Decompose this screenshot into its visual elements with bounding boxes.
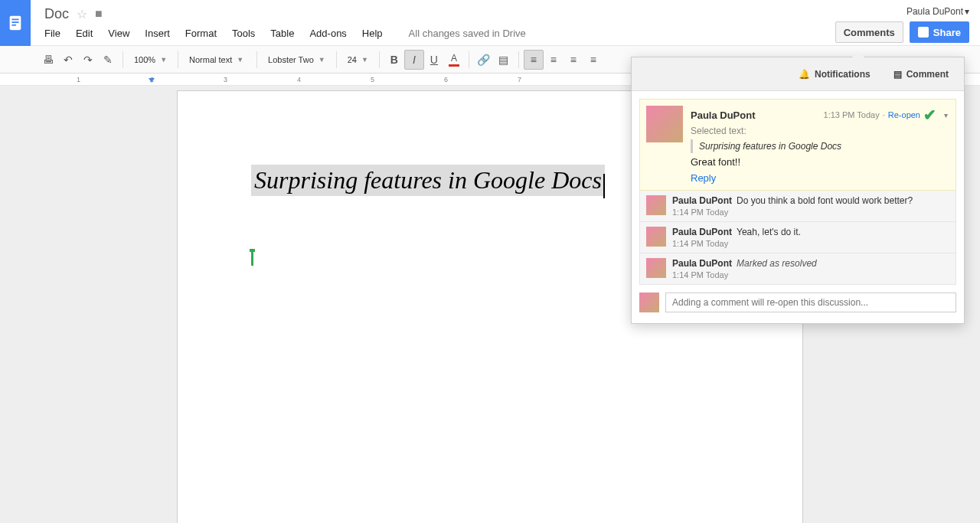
thread-menu[interactable]: ▾: [944, 111, 948, 119]
underline-button[interactable]: U: [424, 50, 444, 70]
ruler-tick: 3: [224, 76, 227, 83]
star-icon[interactable]: ☆: [77, 7, 87, 21]
user-menu[interactable]: Paula DuPont▾: [906, 6, 969, 17]
menu-view[interactable]: View: [108, 28, 129, 39]
comment-icon: ▤: [893, 69, 902, 80]
font-value: Lobster Two: [268, 55, 314, 64]
menu-tools[interactable]: Tools: [232, 28, 255, 39]
comment-icon: ▤: [498, 54, 508, 66]
undo-button[interactable]: ↶: [58, 50, 78, 70]
comment-author: Paula DuPont: [691, 110, 756, 121]
style-value: Normal text: [189, 55, 232, 64]
separator: [256, 51, 257, 68]
reply-input-row: [639, 293, 956, 312]
docs-logo[interactable]: [0, 0, 31, 46]
reply-item[interactable]: Paula DuPontMarked as resolved 1:14 PM T…: [639, 253, 956, 285]
avatar: [639, 293, 659, 312]
align-right-icon: ≡: [570, 54, 577, 66]
svg-rect-1: [11, 19, 18, 21]
folder-icon[interactable]: ■: [95, 7, 103, 21]
ruler-tick: 5: [371, 76, 374, 83]
menu-addons[interactable]: Add-ons: [309, 28, 346, 39]
avatar: [646, 195, 666, 215]
bold-button[interactable]: B: [384, 50, 404, 70]
zoom-select[interactable]: 100%▼: [128, 50, 173, 70]
comment-thread[interactable]: Paula DuPont 1:13 PM Today · Re-open ✔ ▾…: [639, 99, 956, 191]
reply-item[interactable]: Paula DuPontYeah, let's do it. 1:14 PM T…: [639, 222, 956, 253]
menu-insert[interactable]: Insert: [145, 28, 170, 39]
svg-rect-3: [11, 25, 16, 26]
comment-tab-button[interactable]: ▤Comment: [893, 69, 949, 80]
style-select[interactable]: Normal text▼: [183, 50, 252, 70]
zoom-value: 100%: [134, 55, 155, 64]
align-left-button[interactable]: ≡: [524, 50, 544, 70]
text-color-button[interactable]: A: [444, 50, 464, 70]
align-left-icon: ≡: [531, 54, 537, 66]
collaborator-cursor: [251, 252, 253, 266]
reopen-link[interactable]: Re-open: [888, 110, 920, 119]
comments-body: Paula DuPont 1:13 PM Today · Re-open ✔ ▾…: [632, 91, 964, 323]
menu-format[interactable]: Format: [185, 28, 217, 39]
text-cursor: [603, 174, 605, 198]
chevron-down-icon: ▼: [318, 56, 325, 64]
ruler-tick: 2: [150, 76, 154, 83]
italic-icon: I: [413, 54, 416, 66]
ruler-tick: 1: [77, 76, 80, 83]
reply-author: Paula DuPont: [672, 227, 732, 237]
reply-time: 1:14 PM Today: [672, 208, 949, 217]
redo-button[interactable]: ↷: [78, 50, 98, 70]
font-select[interactable]: Lobster Two▼: [262, 50, 332, 70]
notifications-button[interactable]: 🔔Notifications: [799, 69, 871, 80]
ruler-tick: 6: [444, 76, 448, 83]
reply-link[interactable]: Reply: [691, 172, 716, 184]
reply-text: Yeah, let's do it.: [737, 227, 801, 237]
comments-button[interactable]: Comments: [835, 21, 903, 43]
reply-author: Paula DuPont: [672, 195, 732, 206]
comment-label: Comment: [906, 69, 949, 80]
reply-time: 1:14 PM Today: [672, 239, 949, 248]
selected-text[interactable]: Surprising features in Google Docs: [251, 165, 605, 196]
ruler-tick: 4: [297, 76, 301, 83]
menu-help[interactable]: Help: [362, 28, 383, 39]
italic-button[interactable]: I: [404, 50, 424, 70]
menu-table[interactable]: Table: [270, 28, 294, 39]
print-button[interactable]: 🖶: [38, 50, 58, 70]
app-header: Doc ☆ ■ File Edit View Insert Format Too…: [0, 0, 980, 46]
align-justify-button[interactable]: ≡: [583, 50, 603, 70]
link-icon: 🔗: [477, 54, 490, 66]
svg-rect-2: [11, 21, 18, 23]
undo-icon: ↶: [64, 54, 73, 66]
align-right-button[interactable]: ≡: [564, 50, 583, 70]
save-status: All changes saved in Drive: [409, 28, 526, 39]
separator: [379, 51, 380, 68]
paint-icon: ✎: [103, 54, 113, 66]
menu-edit[interactable]: Edit: [76, 28, 93, 39]
paint-format-button[interactable]: ✎: [98, 50, 118, 70]
chevron-down-icon: ▼: [237, 56, 243, 64]
reply-text: Do you think a bold font would work bett…: [737, 195, 913, 206]
size-select[interactable]: 24▼: [341, 50, 374, 70]
avatar: [646, 258, 666, 278]
print-icon: 🖶: [43, 54, 54, 66]
comment-button[interactable]: ▤: [494, 50, 514, 70]
doc-title[interactable]: Doc: [44, 6, 69, 22]
reply-input[interactable]: [665, 293, 956, 312]
link-button[interactable]: 🔗: [474, 50, 494, 70]
bold-icon: B: [390, 54, 398, 66]
selected-text-label: Selected text:: [691, 126, 948, 136]
dot: ·: [883, 110, 885, 119]
share-icon: [918, 27, 929, 38]
checkmark-icon: ✔: [923, 106, 936, 124]
align-center-button[interactable]: ≡: [544, 50, 564, 70]
reply-item[interactable]: Paula DuPontDo you think a bold font wou…: [639, 191, 956, 222]
quoted-text: Surprising features in Google Docs: [691, 139, 948, 153]
share-button[interactable]: Share: [910, 21, 969, 43]
comments-panel: 🔔Notifications ▤Comment Paula DuPont 1:1…: [631, 57, 965, 324]
separator: [469, 51, 469, 68]
comment-text: Great font!!: [691, 156, 948, 168]
separator: [518, 51, 519, 68]
reply-author: Paula DuPont: [672, 258, 732, 269]
comments-panel-header: 🔔Notifications ▤Comment: [632, 57, 964, 91]
avatar: [646, 106, 683, 142]
menu-file[interactable]: File: [44, 28, 60, 39]
